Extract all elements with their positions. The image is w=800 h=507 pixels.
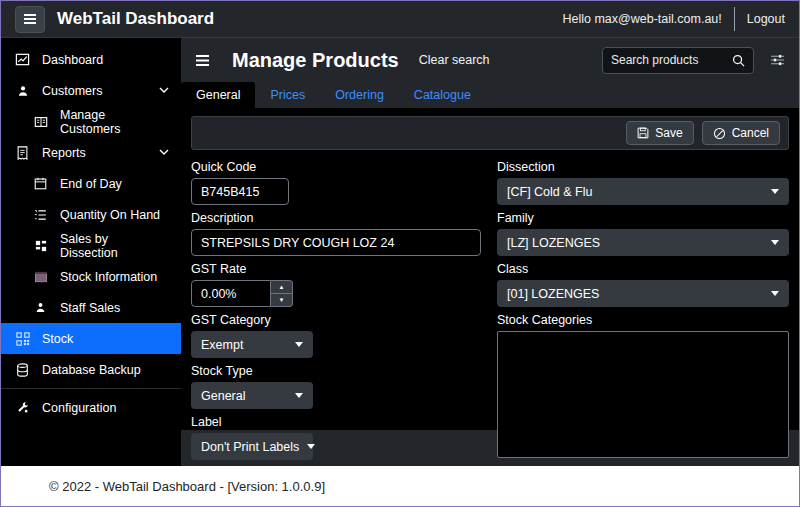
sidebar-item-label: Staff Sales xyxy=(60,301,120,315)
navbar-right: Hello max@web-tail.com.au! Logout xyxy=(562,7,785,31)
sliders-icon xyxy=(770,54,785,66)
sidebar-item-label: Dashboard xyxy=(42,53,103,67)
chevron-down-icon xyxy=(159,149,169,156)
search-icon[interactable] xyxy=(732,54,745,67)
grid-icon xyxy=(33,238,48,253)
sidebar-item-label: Manage Customers xyxy=(60,108,169,136)
description-label: Description xyxy=(191,211,481,225)
sidebar-nav: Dashboard Customers Manage Customers xyxy=(1,38,181,466)
sidebar-item-quantity-on-hand[interactable]: Quantity On Hand xyxy=(1,199,181,230)
search-input[interactable] xyxy=(611,53,732,67)
sidebar-item-customers[interactable]: Customers xyxy=(1,75,181,106)
sidebar-item-sales-by-dissection[interactable]: Sales by Dissection xyxy=(1,230,181,261)
app-title: WebTail Dashboard xyxy=(57,9,214,29)
chart-icon xyxy=(15,52,30,67)
family-label: Family xyxy=(497,211,789,225)
tab-catalogue[interactable]: Catalogue xyxy=(399,82,486,108)
label-field-label: Label xyxy=(191,415,481,429)
sidebar-item-staff-sales[interactable]: Staff Sales xyxy=(1,292,181,323)
page-title: Manage Products xyxy=(232,49,399,72)
save-icon xyxy=(637,127,649,139)
person-icon xyxy=(33,300,48,315)
save-button[interactable]: Save xyxy=(626,121,693,145)
product-tabs: General Prices Ordering Catalogue xyxy=(181,82,799,108)
hamburger-icon xyxy=(23,13,37,25)
caret-down-icon xyxy=(295,393,303,398)
save-button-label: Save xyxy=(655,126,682,140)
sidebar-item-database-backup[interactable]: Database Backup xyxy=(1,354,181,385)
gst-category-label: GST Category xyxy=(191,313,481,327)
gst-rate-input[interactable] xyxy=(191,280,271,307)
form-left-column: Quick Code Description GST Rate ▲ ▼ xyxy=(191,160,481,460)
chevron-down-icon xyxy=(159,87,169,94)
clear-search-link[interactable]: Clear search xyxy=(419,53,490,67)
dissection-value: [CF] Cold & Flu xyxy=(507,185,592,199)
form-right-column: Dissection [CF] Cold & Flu Family [LZ] L… xyxy=(497,160,789,460)
sidebar-item-end-of-day[interactable]: End of Day xyxy=(1,168,181,199)
description-input[interactable] xyxy=(191,229,481,256)
class-label: Class xyxy=(497,262,789,276)
form-toolbar: Save Cancel xyxy=(191,116,789,150)
page-header: Manage Products Clear search xyxy=(181,38,799,82)
sidebar-divider xyxy=(1,388,181,389)
sidebar-item-label: End of Day xyxy=(60,177,122,191)
content-spacer xyxy=(181,430,799,466)
hamburger-icon xyxy=(195,54,210,67)
sidebar-item-dashboard[interactable]: Dashboard xyxy=(1,44,181,75)
gst-category-value: Exempt xyxy=(201,338,243,352)
tab-prices[interactable]: Prices xyxy=(255,82,320,108)
cancel-button[interactable]: Cancel xyxy=(702,121,780,145)
family-value: [LZ] LOZENGES xyxy=(507,236,600,250)
stock-categories-label: Stock Categories xyxy=(497,313,789,327)
class-select[interactable]: [01] LOZENGES xyxy=(497,280,789,307)
receipt-icon xyxy=(15,145,30,160)
sidebar-item-manage-customers[interactable]: Manage Customers xyxy=(1,106,181,137)
spinner-down-button[interactable]: ▼ xyxy=(271,293,293,307)
navbar-divider xyxy=(734,7,735,31)
sidebar-item-stock[interactable]: Stock xyxy=(1,323,181,354)
qr-code-icon xyxy=(15,331,30,346)
cancel-icon xyxy=(713,127,726,140)
gst-rate-spinner: ▲ ▼ xyxy=(191,280,293,307)
class-value: [01] LOZENGES xyxy=(507,287,599,301)
person-icon xyxy=(15,83,30,98)
calendar-icon xyxy=(33,176,48,191)
caret-down-icon xyxy=(771,189,779,194)
tab-ordering[interactable]: Ordering xyxy=(320,82,399,108)
gst-category-select[interactable]: Exempt xyxy=(191,331,313,358)
sidebar-item-label: Database Backup xyxy=(42,363,141,377)
sidebar-toggle-button[interactable] xyxy=(15,6,45,33)
dissection-label: Dissection xyxy=(497,160,789,174)
sidebar-item-label: Reports xyxy=(42,146,86,160)
logout-link[interactable]: Logout xyxy=(747,12,785,26)
stock-type-select[interactable]: General xyxy=(191,382,313,409)
sidebar-item-reports[interactable]: Reports xyxy=(1,137,181,168)
tab-general[interactable]: General xyxy=(181,82,255,108)
caret-down-icon xyxy=(771,240,779,245)
content-menu-toggle[interactable] xyxy=(195,54,210,67)
stock-type-value: General xyxy=(201,389,245,403)
sidebar-item-label: Customers xyxy=(42,84,102,98)
sidebar-item-label: Configuration xyxy=(42,401,116,415)
main-content: Manage Products Clear search General Pri… xyxy=(181,38,799,466)
ordered-list-icon xyxy=(33,207,48,222)
top-navbar: WebTail Dashboard Hello max@web-tail.com… xyxy=(1,1,799,38)
box-icon xyxy=(33,269,48,284)
dissection-select[interactable]: [CF] Cold & Flu xyxy=(497,178,789,205)
database-icon xyxy=(15,362,30,377)
search-box xyxy=(602,47,754,74)
spinner-up-button[interactable]: ▲ xyxy=(271,280,293,293)
sidebar-item-configuration[interactable]: Configuration xyxy=(1,392,181,423)
copyright-text: © 2022 - WebTail Dashboard - [Version: 1… xyxy=(49,479,325,494)
filter-button[interactable] xyxy=(770,54,785,66)
family-select[interactable]: [LZ] LOZENGES xyxy=(497,229,789,256)
gst-rate-label: GST Rate xyxy=(191,262,481,276)
sidebar-item-label: Stock Information xyxy=(60,270,157,284)
user-greeting: Hello max@web-tail.com.au! xyxy=(562,12,721,26)
page-footer: © 2022 - WebTail Dashboard - [Version: 1… xyxy=(1,466,799,506)
sidebar-item-label: Sales by Dissection xyxy=(60,232,169,260)
sidebar-item-label: Stock xyxy=(42,332,73,346)
sidebar-item-stock-information[interactable]: Stock Information xyxy=(1,261,181,292)
quick-code-input[interactable] xyxy=(191,178,289,205)
caret-down-icon xyxy=(295,342,303,347)
